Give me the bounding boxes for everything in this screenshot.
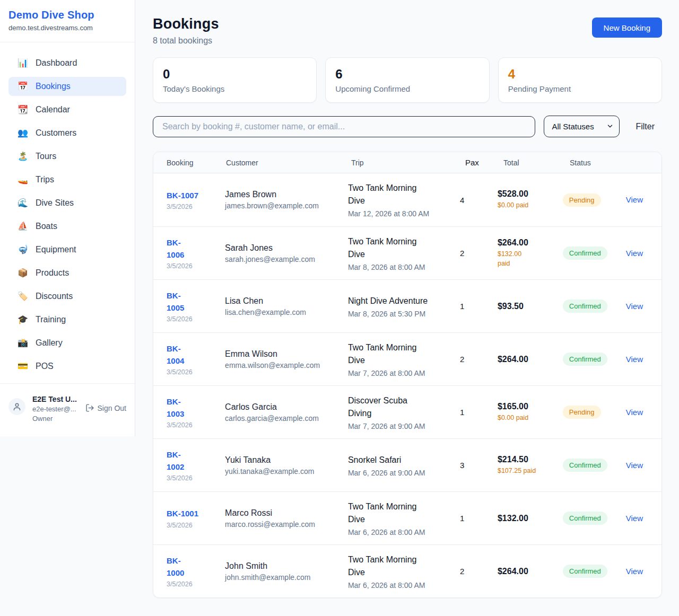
- sidebar-item-dashboard[interactable]: 📊 Dashboard: [8, 54, 126, 73]
- booking-cell: BK- 1000 3/5/2026: [167, 555, 225, 588]
- view-link[interactable]: View: [626, 514, 643, 523]
- booking-id-link[interactable]: BK-1007: [167, 189, 198, 201]
- view-link[interactable]: View: [626, 461, 643, 470]
- view-link[interactable]: View: [626, 249, 643, 258]
- sidebar-item-label: Customers: [36, 128, 76, 138]
- page-title: Bookings: [153, 16, 219, 32]
- customer-name: Lisa Chen: [225, 296, 343, 306]
- booking-cell: BK- 1006 3/5/2026: [167, 236, 225, 270]
- stat-card: 0 Today's Bookings: [153, 57, 317, 103]
- equipment-icon: 🤿: [17, 245, 29, 254]
- status-badge: Confirmed: [563, 459, 607, 472]
- booking-id-link[interactable]: BK- 1004: [167, 342, 184, 367]
- sidebar: Demo Dive Shop demo.test.divestreams.com…: [0, 0, 135, 436]
- trip-name: Two Tank Morning Dive: [348, 553, 455, 579]
- stat-label: Pending Payment: [508, 84, 652, 93]
- total-amount: $264.00: [498, 238, 558, 248]
- table-row: BK- 1003 3/5/2026 Carlos Garcia carlos.g…: [153, 385, 661, 438]
- shop-domain: demo.test.divestreams.com: [8, 24, 124, 32]
- stat-card: 4 Pending Payment: [498, 57, 662, 103]
- booking-id-link[interactable]: BK- 1000: [167, 555, 184, 579]
- sidebar-item-discounts[interactable]: 🏷️ Discounts: [8, 287, 126, 306]
- customer-email: emma.wilson@example.com: [225, 361, 343, 369]
- paid-amount: $107.25 paid: [498, 467, 558, 476]
- table-row: BK- 1006 3/5/2026 Sarah Jones sarah.jone…: [153, 226, 661, 279]
- view-link[interactable]: View: [626, 567, 643, 576]
- status-badge: Confirmed: [563, 247, 607, 260]
- filter-bar: All Statuses Filter: [153, 116, 662, 137]
- search-input[interactable]: [153, 116, 535, 137]
- sign-out-icon: [85, 403, 94, 412]
- total-cell: $264.00: [498, 355, 563, 364]
- trip-datetime: Mar 8, 2026 at 8:00 AM: [348, 263, 455, 271]
- sidebar-item-equipment[interactable]: 🤿 Equipment: [8, 240, 126, 259]
- filter-button[interactable]: Filter: [628, 122, 662, 131]
- view-cell: View: [626, 302, 648, 311]
- sidebar-item-training[interactable]: 🎓 Training: [8, 310, 126, 329]
- pax-cell: 1: [460, 408, 498, 417]
- pos-icon: 💳: [17, 362, 29, 371]
- pax-cell: 2: [460, 249, 498, 258]
- shop-name: Demo Dive Shop: [8, 9, 124, 21]
- main-content: Bookings 8 total bookings New Booking 0 …: [135, 0, 679, 615]
- total-cell: $132.00: [498, 514, 563, 523]
- person-icon: [12, 402, 22, 411]
- view-link[interactable]: View: [626, 195, 643, 204]
- view-link[interactable]: View: [626, 355, 643, 364]
- customer-email: sarah.jones@example.com: [225, 255, 343, 263]
- customers-icon: 👥: [17, 129, 29, 137]
- status-badge: Pending: [563, 406, 601, 419]
- sidebar-item-pos[interactable]: 💳 POS: [8, 357, 126, 376]
- trip-cell: Two Tank Morning Dive Mar 8, 2026 at 8:0…: [348, 235, 460, 271]
- booking-id-link[interactable]: BK- 1002: [167, 448, 184, 473]
- status-cell: Confirmed: [563, 459, 626, 472]
- status-badge: Pending: [563, 193, 601, 207]
- sign-out-button[interactable]: Sign Out: [85, 403, 126, 412]
- customer-name: Carlos Garcia: [225, 402, 343, 412]
- sidebar-item-customers[interactable]: 👥 Customers: [8, 124, 126, 143]
- booking-id-link[interactable]: BK- 1006: [167, 236, 184, 261]
- total-amount: $264.00: [498, 567, 558, 576]
- sidebar-item-boats[interactable]: ⛵ Boats: [8, 217, 126, 236]
- booking-cell: BK-1001 3/5/2026: [167, 507, 225, 529]
- trip-name: Two Tank Morning Dive: [348, 182, 455, 207]
- paid-amount: $0.00 paid: [498, 413, 558, 423]
- view-cell: View: [626, 195, 648, 205]
- booking-cell: BK-1007 3/5/2026: [167, 189, 225, 210]
- sidebar-item-tours[interactable]: 🏝️ Tours: [8, 147, 126, 166]
- gallery-icon: 📸: [17, 339, 29, 347]
- total-cell: $165.00 $0.00 paid: [498, 402, 563, 423]
- trip-name: Two Tank Morning Dive: [348, 235, 455, 261]
- tours-icon: 🏝️: [17, 152, 29, 161]
- sidebar-item-trips[interactable]: 🚤 Trips: [8, 170, 126, 189]
- column-header-total: Total: [503, 159, 570, 167]
- stat-card: 6 Upcoming Confirmed: [325, 57, 489, 103]
- new-booking-button[interactable]: New Booking: [592, 17, 662, 38]
- paid-amount: $132.00 paid: [498, 250, 558, 268]
- sidebar-header: Demo Dive Shop demo.test.divestreams.com: [0, 0, 135, 42]
- total-cell: $528.00 $0.00 paid: [498, 189, 563, 210]
- trip-datetime: Mar 6, 2026 at 9:00 AM: [348, 469, 455, 477]
- sidebar-item-dive-sites[interactable]: 🌊 Dive Sites: [8, 193, 126, 213]
- table-row: BK- 1005 3/5/2026 Lisa Chen lisa.chen@ex…: [153, 279, 661, 332]
- sidebar-item-bookings[interactable]: 📅 Bookings: [8, 77, 126, 96]
- trip-cell: Two Tank Morning Dive Mar 7, 2026 at 8:0…: [348, 341, 460, 377]
- booking-id-link[interactable]: BK- 1005: [167, 289, 184, 314]
- customer-cell: Sarah Jones sarah.jones@example.com: [225, 243, 348, 263]
- booking-id-link[interactable]: BK-1001: [167, 507, 198, 520]
- table-header-row: Booking Customer Trip Pax Total Status: [153, 152, 661, 173]
- total-amount: $214.50: [498, 455, 558, 464]
- stats-cards: 0 Today's Bookings 6 Upcoming Confirmed …: [153, 57, 662, 103]
- sidebar-item-calendar[interactable]: 📆 Calendar: [8, 100, 126, 119]
- sidebar-item-gallery[interactable]: 📸 Gallery: [8, 333, 126, 353]
- user-role: Owner: [32, 415, 77, 423]
- status-cell: Confirmed: [563, 300, 626, 313]
- table-row: BK-1001 3/5/2026 Marco Rossi marco.rossi…: [153, 491, 661, 544]
- trip-datetime: Mar 8, 2026 at 5:30 PM: [348, 310, 455, 318]
- view-link[interactable]: View: [626, 302, 643, 311]
- avatar: [8, 398, 25, 415]
- status-select[interactable]: All Statuses: [544, 116, 620, 137]
- sidebar-item-products[interactable]: 📦 Products: [8, 263, 126, 283]
- booking-id-link[interactable]: BK- 1003: [167, 395, 184, 420]
- view-link[interactable]: View: [626, 408, 643, 417]
